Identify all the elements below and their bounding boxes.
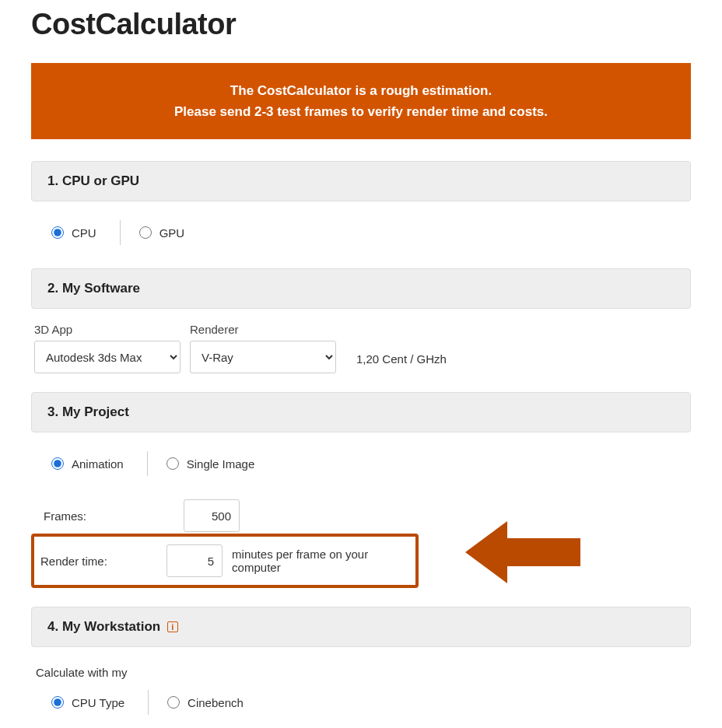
divider [148,690,149,715]
radio-cputype-label: CPU Type [72,696,124,709]
app-select[interactable]: Autodesk 3ds Max [34,341,180,373]
section-4-header: 4. My Workstation i [31,607,691,647]
frames-label: Frames: [44,509,184,523]
render-time-label: Render time: [40,555,166,568]
radio-gpu[interactable]: GPU [139,226,209,240]
radio-cinebench[interactable]: Cinebench [167,696,267,709]
notice-banner: The CostCalculator is a rough estimation… [31,63,691,139]
radio-cpu-input[interactable] [51,226,64,239]
render-time-input[interactable] [166,544,223,577]
price-note: 1,20 Cent / GHzh [345,345,450,373]
radio-cpu-label: CPU [72,226,96,240]
radio-gpu-input[interactable] [139,226,152,239]
divider [147,451,148,476]
radio-cputype[interactable]: CPU Type [51,696,148,709]
radio-cinebench-input[interactable] [167,696,180,709]
app-label: 3D App [34,323,180,336]
radio-single-image-input[interactable] [166,457,179,470]
render-time-suffix: minutes per frame on your computer [223,548,409,574]
divider [120,220,121,245]
notice-line-2: Please send 2-3 test frames to verify re… [45,101,677,122]
radio-single-image-label: Single Image [187,457,255,471]
page-title: CostCalculator [31,8,691,41]
radio-single-image[interactable]: Single Image [166,457,279,471]
radio-animation-label: Animation [72,457,124,471]
section-2-header: 2. My Software [31,268,691,309]
section-4-title-text: 4. My Workstation [47,619,160,634]
radio-animation-input[interactable] [51,457,64,470]
radio-cpu[interactable]: CPU [51,226,120,240]
renderer-label: Renderer [190,323,336,336]
render-time-highlight: Render time: minutes per frame on your c… [31,534,419,588]
radio-cputype-input[interactable] [51,696,64,709]
radio-gpu-label: GPU [159,226,185,240]
renderer-select[interactable]: V-Ray [190,341,336,373]
info-icon[interactable]: i [167,621,178,632]
notice-line-1: The CostCalculator is a rough estimation… [45,80,677,101]
calc-with-label: Calculate with my [34,661,688,685]
section-3-header: 3. My Project [31,392,691,432]
frames-input[interactable] [184,499,240,532]
radio-animation[interactable]: Animation [51,457,147,471]
radio-cinebench-label: Cinebench [188,696,244,709]
section-1-header: 1. CPU or GPU [31,161,691,201]
